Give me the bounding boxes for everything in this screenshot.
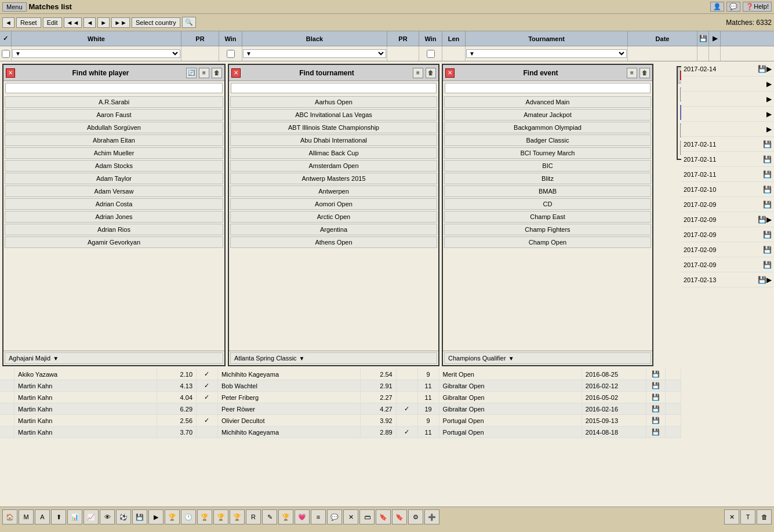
event-item[interactable]: BCI Tourney March: [444, 147, 651, 159]
event-item[interactable]: Champ Open: [444, 236, 651, 248]
bottom-delete-btn[interactable]: 🗑: [757, 509, 772, 524]
table-row[interactable]: Martin Kahn 4.04 ✓ Peter Friberg 2.27 11…: [0, 392, 681, 403]
fast-back-button[interactable]: ◄◄: [64, 17, 82, 28]
event-item[interactable]: Champ Fighters: [444, 224, 651, 235]
row-play[interactable]: [665, 403, 681, 415]
save-btn-15[interactable]: 💾: [758, 276, 766, 284]
tournament-item[interactable]: Amsterdam Open: [230, 160, 437, 172]
white-player-item[interactable]: Adrian Jones: [5, 211, 223, 223]
back-button[interactable]: ◄: [2, 17, 14, 28]
white-player-item[interactable]: A.R.Sarabi: [5, 96, 223, 108]
play-btn-15[interactable]: ▶: [766, 276, 772, 284]
tournament-panel-list[interactable]: ≡: [413, 68, 423, 78]
user-icon-button[interactable]: 👤: [710, 2, 724, 12]
row-play[interactable]: [665, 415, 681, 427]
bottom-chat-btn[interactable]: 💬: [327, 509, 342, 524]
bottom-trophy5-btn[interactable]: 🏆: [278, 509, 293, 524]
tournament-item[interactable]: Antwerpen: [230, 185, 437, 197]
bottom-ball-btn[interactable]: ⚽: [116, 509, 131, 524]
tournament-panel-footer-item[interactable]: Atlanta Spring Classic ▼: [230, 352, 437, 364]
tournament-search-input[interactable]: [231, 83, 437, 93]
row-play[interactable]: [665, 369, 681, 380]
event-item[interactable]: BIC: [444, 160, 651, 172]
tournament-item[interactable]: Argentina: [230, 224, 437, 235]
table-row[interactable]: Martin Kahn 4.13 ✓ Bob Wachtel 2.91 11 G…: [0, 380, 681, 392]
save-btn-10[interactable]: 💾: [763, 201, 772, 209]
event-item[interactable]: Champ East: [444, 211, 651, 223]
menu-button[interactable]: Menu: [2, 2, 27, 12]
table-row[interactable]: Akiko Yazawa 2.10 ✓ Michihito Kageyama 2…: [0, 369, 681, 380]
bottom-chart-btn[interactable]: 📊: [67, 509, 82, 524]
white-panel-list[interactable]: ≡: [199, 68, 209, 78]
row-save[interactable]: 💾: [646, 415, 665, 427]
event-panel-close[interactable]: ✕: [445, 68, 455, 78]
bottom-plus-btn[interactable]: ➕: [424, 509, 439, 524]
tournament-item[interactable]: Aarhus Open: [230, 96, 437, 108]
white-player-item[interactable]: Adrian Costa: [5, 198, 223, 210]
white-player-item[interactable]: Abraham Eitan: [5, 134, 223, 146]
table-row[interactable]: Martin Kahn 3.70 Michihito Kageyama 2.89…: [0, 427, 681, 438]
bottom-graph-btn[interactable]: 📈: [83, 509, 99, 524]
tournament-panel-close[interactable]: ✕: [231, 68, 241, 78]
white-player-item[interactable]: Adam Versaw: [5, 185, 223, 197]
bottom-t-btn[interactable]: T: [740, 509, 755, 524]
bottom-trophy4-btn[interactable]: 🏆: [230, 509, 245, 524]
bottom-play-btn[interactable]: ▶: [148, 509, 163, 524]
row-play[interactable]: [665, 427, 681, 438]
event-item[interactable]: Advanced Main: [444, 96, 651, 108]
play-btn-4[interactable]: ▶: [766, 110, 772, 118]
filter-check-input[interactable]: [2, 50, 10, 58]
tournament-item[interactable]: ABT Illinois State Championship: [230, 122, 437, 133]
filter-black-select[interactable]: ▼: [243, 49, 386, 58]
white-player-item[interactable]: Agamir Gevorkyan: [5, 236, 223, 248]
row-save[interactable]: 💾: [646, 380, 665, 392]
filter-win-white-check[interactable]: [227, 50, 235, 58]
white-player-item[interactable]: Adam Taylor: [5, 173, 223, 184]
filter-tournament-select[interactable]: ▼: [466, 49, 627, 58]
select-country-button[interactable]: Select country: [132, 17, 180, 28]
event-search-input[interactable]: [445, 83, 651, 93]
bottom-gear-btn[interactable]: ⚙: [408, 509, 423, 524]
edit-button[interactable]: Edit: [43, 17, 62, 28]
save-btn-14[interactable]: 💾: [763, 261, 772, 269]
help-button[interactable]: ❓Help!: [743, 2, 772, 12]
bottom-eye-btn[interactable]: 👁: [100, 509, 115, 524]
tournament-item[interactable]: Aomori Open: [230, 198, 437, 210]
save-btn-12[interactable]: 💾: [763, 231, 772, 239]
white-player-search-input[interactable]: [5, 83, 223, 93]
event-panel-list[interactable]: ≡: [627, 68, 637, 78]
play-btn-11[interactable]: ▶: [766, 216, 772, 224]
play-btn-1[interactable]: ▶: [766, 65, 772, 73]
white-panel-close[interactable]: ✕: [6, 68, 15, 78]
bottom-trophy2-btn[interactable]: 🏆: [197, 509, 212, 524]
table-row[interactable]: Martin Kahn 2.56 ✓ Olivier Decultot 3.92…: [0, 415, 681, 427]
table-row[interactable]: Martin Kahn 6.29 Peer Röwer 4.27 ✓ 19 Gi…: [0, 403, 681, 415]
filter-white-select[interactable]: ▼: [12, 49, 180, 58]
save-btn-6[interactable]: 💾: [763, 140, 772, 148]
tournament-panel-delete[interactable]: 🗑: [426, 68, 436, 78]
bottom-grid-btn[interactable]: 🗃: [359, 509, 375, 524]
event-item[interactable]: Blitz: [444, 173, 651, 184]
tournament-item[interactable]: Athens Open: [230, 236, 437, 248]
bottom-a-btn[interactable]: A: [35, 509, 50, 524]
next-button[interactable]: ►: [97, 17, 110, 28]
tournament-item[interactable]: Antwerp Masters 2015: [230, 173, 437, 184]
search-button[interactable]: 🔍: [182, 17, 196, 28]
white-panel-footer-item[interactable]: Aghajani Majid ▼: [5, 352, 223, 364]
event-item[interactable]: Backgammon Olympiad: [444, 122, 651, 133]
bottom-x2-btn[interactable]: ✕: [724, 509, 739, 524]
tournament-item[interactable]: Abu Dhabi International: [230, 134, 437, 146]
reset-button[interactable]: Reset: [16, 17, 41, 28]
event-item[interactable]: CD: [444, 198, 651, 210]
event-panel-delete[interactable]: 🗑: [639, 68, 650, 78]
white-player-item[interactable]: Adam Stocks: [5, 160, 223, 172]
white-panel-refresh[interactable]: 🔄: [186, 68, 197, 78]
bottom-r-btn[interactable]: R: [246, 509, 261, 524]
bottom-upload-btn[interactable]: ⬆: [51, 509, 66, 524]
play-btn-5[interactable]: ▶: [766, 125, 772, 133]
tournament-item[interactable]: ABC Invitational Las Vegas: [230, 109, 437, 121]
tournament-item[interactable]: Arctic Open: [230, 211, 437, 223]
chat-icon-button[interactable]: 💬: [726, 2, 740, 12]
bottom-heart-btn[interactable]: 💗: [295, 509, 310, 524]
white-player-item[interactable]: Abdullah Sorgüven: [5, 122, 223, 133]
